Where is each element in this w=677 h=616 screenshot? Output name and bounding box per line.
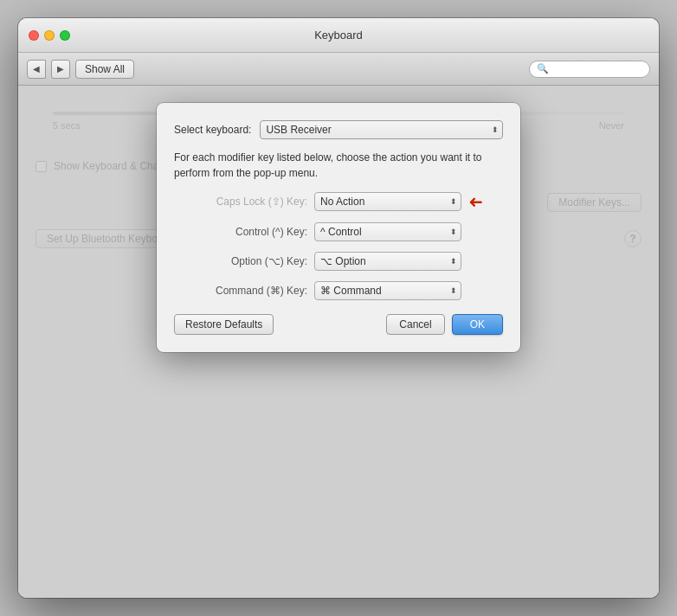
control-select-wrapper: No Action ^ Control ⌥ Option ⌘ Command bbox=[314, 222, 461, 241]
dialog-buttons: Restore Defaults Cancel OK bbox=[174, 314, 503, 335]
keyboard-select[interactable]: USB Receiver bbox=[260, 120, 503, 139]
keyboard-window: Keyboard ◀ ▶ Show All 🔍 5 secs 10 secs 3… bbox=[18, 18, 659, 598]
forward-button[interactable]: ▶ bbox=[51, 60, 70, 79]
toolbar: ◀ ▶ Show All 🔍 bbox=[18, 53, 659, 86]
option-label: Option (⌥) Key: bbox=[186, 255, 307, 267]
command-select-wrapper: No Action ^ Control ⌥ Option ⌘ Command bbox=[314, 281, 461, 300]
titlebar: Keyboard bbox=[18, 18, 659, 53]
minimize-button[interactable] bbox=[44, 30, 55, 41]
traffic-lights bbox=[29, 30, 70, 41]
command-select[interactable]: No Action ^ Control ⌥ Option ⌘ Command bbox=[314, 281, 461, 300]
main-content: 5 secs 10 secs 30 secs 1 min 5 mins Neve… bbox=[18, 86, 659, 598]
caps-lock-label: Caps Lock (⇪) Key: bbox=[186, 196, 307, 208]
modifier-keys-dialog: Select keyboard: USB Receiver For each m… bbox=[157, 103, 520, 352]
select-keyboard-row: Select keyboard: USB Receiver bbox=[174, 120, 503, 139]
restore-defaults-button[interactable]: Restore Defaults bbox=[174, 314, 274, 335]
option-select-wrapper: No Action ^ Control ⌥ Option ⌘ Command bbox=[314, 252, 461, 271]
control-label: Control (^) Key: bbox=[186, 226, 307, 238]
maximize-button[interactable] bbox=[60, 30, 70, 41]
window-title: Keyboard bbox=[314, 29, 363, 42]
close-button[interactable] bbox=[29, 30, 39, 41]
caps-lock-select-wrapper: No Action ^ Control ⌥ Option ⌘ Command bbox=[314, 192, 461, 211]
option-select[interactable]: No Action ^ Control ⌥ Option ⌘ Command bbox=[314, 252, 461, 271]
caps-lock-row: Caps Lock (⇪) Key: No Action ^ Control ⌥… bbox=[174, 191, 503, 212]
control-select[interactable]: No Action ^ Control ⌥ Option ⌘ Command bbox=[314, 222, 461, 241]
cancel-button[interactable]: Cancel bbox=[386, 314, 444, 335]
arrow-indicator: ➜ bbox=[468, 191, 503, 212]
control-row: Control (^) Key: No Action ^ Control ⌥ O… bbox=[174, 222, 503, 241]
dialog-overlay: Select keyboard: USB Receiver For each m… bbox=[18, 86, 659, 598]
select-keyboard-label: Select keyboard: bbox=[174, 124, 251, 136]
search-box[interactable]: 🔍 bbox=[529, 61, 650, 78]
show-all-button[interactable]: Show All bbox=[75, 60, 134, 79]
command-row: Command (⌘) Key: No Action ^ Control ⌥ O… bbox=[174, 281, 503, 300]
red-arrow-icon: ➜ bbox=[468, 191, 483, 212]
caps-lock-select[interactable]: No Action ^ Control ⌥ Option ⌘ Command bbox=[314, 192, 461, 211]
option-row: Option (⌥) Key: No Action ^ Control ⌥ Op… bbox=[174, 252, 503, 271]
description-text: For each modifier key listed below, choo… bbox=[174, 150, 503, 181]
search-icon: 🔍 bbox=[537, 63, 549, 74]
ok-button[interactable]: OK bbox=[452, 314, 503, 335]
back-button[interactable]: ◀ bbox=[27, 60, 46, 79]
keyboard-select-wrapper: USB Receiver bbox=[260, 120, 503, 139]
command-label: Command (⌘) Key: bbox=[186, 285, 307, 297]
